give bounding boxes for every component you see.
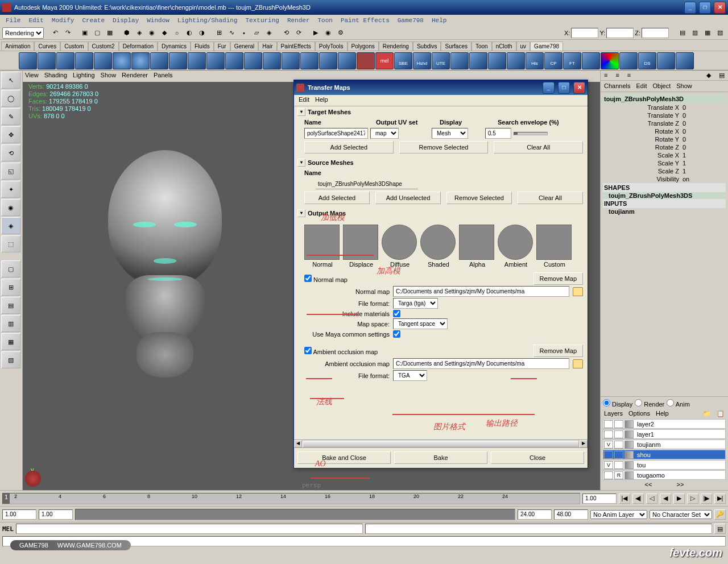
shelf-icon-17[interactable] (319, 52, 337, 69)
vpmenu-renderer[interactable]: Renderer (122, 72, 148, 81)
shelf-icon-28[interactable] (676, 52, 694, 69)
layout-2[interactable]: ▥ (689, 27, 701, 39)
shelf-icon-ft[interactable]: FT (563, 52, 581, 69)
vpmenu-show[interactable]: Show (101, 72, 117, 81)
source-add-selected[interactable]: Add Selected (304, 192, 370, 204)
cb-input-name[interactable]: toujianm (603, 208, 726, 215)
normal-browse-icon[interactable] (573, 287, 583, 296)
shelf-uv[interactable]: uv (516, 42, 531, 51)
shelf-icon-21[interactable] (469, 52, 487, 69)
cmd-input[interactable] (16, 524, 363, 534)
close-button[interactable]: ✕ (714, 2, 726, 14)
layer-row[interactable]: layer2 (603, 419, 726, 429)
time-fps[interactable] (582, 494, 617, 504)
shelf-icon-7[interactable] (131, 52, 150, 69)
layout-3[interactable]: ▦ (702, 27, 713, 39)
layers-new-icon[interactable]: 📁 (703, 410, 711, 417)
envelope-slider[interactable] (514, 132, 548, 135)
cb-channels[interactable]: Channels (603, 82, 631, 90)
layout-4[interactable]: ▧ (714, 27, 726, 39)
move-tool[interactable]: ✥ (1, 126, 20, 143)
source-name[interactable] (316, 179, 418, 189)
vpmenu-shading[interactable]: Shading (44, 72, 67, 81)
shelf-rendering[interactable]: Rendering (379, 42, 413, 51)
shelf-game798[interactable]: Game798 (530, 42, 563, 51)
normal-path[interactable] (393, 286, 569, 297)
normal-map-checkbox[interactable]: Normal map (304, 275, 348, 283)
cb-icon-4[interactable]: ◆ (706, 72, 711, 79)
shelf-dynamics[interactable]: Dynamics (158, 42, 191, 51)
shelf-icon-24[interactable] (582, 52, 600, 69)
shelf-icon-ute[interactable]: UTE (432, 52, 450, 69)
shelf-icon-6[interactable] (113, 52, 131, 69)
tool-undo[interactable]: ↶ (49, 27, 61, 39)
shelf-icon-22[interactable] (488, 52, 506, 69)
layers-next[interactable]: >> (665, 481, 696, 488)
ao-format[interactable]: TGA (393, 370, 427, 381)
sel-object[interactable]: ▢ (92, 27, 103, 39)
scale-tool[interactable]: ◱ (1, 163, 20, 180)
cb-object[interactable]: Object (651, 82, 672, 90)
mode-selector[interactable]: Rendering (2, 27, 44, 39)
snap-live[interactable]: ◈ (263, 27, 275, 39)
sel-hierarchy[interactable]: ▣ (79, 27, 90, 39)
coord-x[interactable] (571, 28, 598, 38)
shelf-icon-5[interactable] (94, 52, 112, 69)
range-end[interactable] (518, 509, 552, 520)
layers-menu-options[interactable]: Options (628, 410, 650, 417)
autokey-button[interactable]: 🔑 (714, 509, 726, 520)
snap-plane[interactable]: ▱ (251, 27, 262, 39)
shelf-icon-20[interactable] (450, 52, 469, 69)
shelf-icon-26[interactable] (619, 52, 638, 69)
layout-persp[interactable]: ▤ (1, 297, 20, 314)
mask-6[interactable]: ◐ (184, 27, 195, 39)
shelf-toon[interactable]: Toon (471, 42, 492, 51)
shelf-icon-15[interactable] (282, 52, 300, 69)
map-space-select[interactable]: Tangent space (393, 318, 448, 329)
range-start[interactable] (2, 509, 36, 520)
cb-icon-5[interactable]: ▤ (719, 72, 725, 79)
collapse-target[interactable]: ▾ (297, 108, 305, 116)
target-uv[interactable]: map1 (370, 128, 399, 139)
target-remove-selected[interactable]: Remove Selected (399, 141, 489, 154)
target-envelope[interactable] (485, 128, 511, 139)
sel-component[interactable]: ▦ (104, 27, 115, 39)
range-ruler[interactable] (75, 509, 515, 520)
collapse-source[interactable]: ▾ (297, 159, 305, 167)
shelf-icon-18[interactable] (338, 52, 356, 69)
target-name[interactable] (304, 128, 368, 139)
range-start2[interactable] (39, 509, 73, 520)
menu-file[interactable]: File (2, 16, 24, 25)
map-diffuse[interactable]: Diffuse (382, 225, 418, 268)
cb-icon-2[interactable]: ≡ (615, 72, 619, 79)
menu-create[interactable]: Create (78, 16, 108, 25)
mask-3[interactable]: ◉ (146, 27, 158, 39)
layer-row[interactable]: shou (603, 450, 726, 459)
ao-browse-icon[interactable] (573, 359, 583, 368)
map-ambient[interactable]: Ambient (498, 225, 534, 268)
shelf-fur[interactable]: Fur (214, 42, 230, 51)
source-remove-selected[interactable]: Remove Selected (446, 192, 512, 204)
normal-format[interactable]: Targa (tga) (393, 298, 438, 309)
history-toggle[interactable]: ⟲ (280, 27, 292, 39)
paint-select-tool[interactable]: ✎ (1, 108, 20, 125)
shelf-icon-12[interactable] (225, 52, 243, 69)
show-manip-tool[interactable]: ◈ (1, 217, 20, 234)
last-tool[interactable]: ⬚ (1, 235, 20, 252)
layers-tab-display[interactable]: Display (603, 399, 632, 408)
play-button[interactable]: ▶ (673, 494, 685, 504)
shelf-curves[interactable]: Curves (34, 42, 60, 51)
maximize-button[interactable]: □ (699, 2, 711, 14)
stepback-button[interactable]: ◀| (632, 494, 644, 504)
shelf-surfaces[interactable]: Surfaces (441, 42, 471, 51)
layout-outliner[interactable]: ▥ (1, 315, 20, 332)
vpmenu-panels[interactable]: Panels (154, 72, 173, 81)
scroll-left-icon[interactable]: ◀ (294, 440, 302, 447)
coord-y[interactable] (606, 28, 634, 38)
range-end2[interactable] (554, 509, 588, 520)
layers-menu-layers[interactable]: Layers (604, 410, 623, 417)
menu-game798[interactable]: Game798 (394, 16, 427, 25)
snap-grid[interactable]: ⊞ (213, 27, 225, 39)
shelf-icon-hshd[interactable]: Hshd (413, 52, 431, 69)
vpmenu-view[interactable]: View (25, 72, 39, 81)
